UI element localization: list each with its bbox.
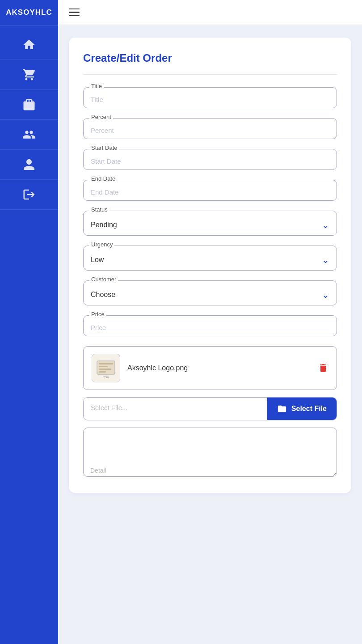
file-delete-button[interactable] [318,363,328,373]
customer-field-group: Customer Choose ⌄ [83,280,337,305]
file-thumb-image: PNG [96,358,116,378]
end-date-label: End Date [89,175,117,182]
sidebar-nav [0,25,58,210]
status-select[interactable]: Pending ⌄ [83,211,337,236]
sidebar: AKSOYHLC [0,0,58,644]
sidebar-item-user[interactable] [0,150,58,180]
svg-text:PNG: PNG [102,375,109,378]
title-field-group: Title [83,87,337,108]
status-field-group: Status Pending ⌄ [83,211,337,236]
sidebar-item-home[interactable] [0,30,58,60]
svg-rect-4 [99,371,106,373]
price-field-group: Price [83,315,337,336]
user-icon [22,158,36,171]
folder-icon [277,404,287,414]
sidebar-item-briefcase[interactable] [0,90,58,120]
brand-logo: AKSOYHLC [0,0,58,25]
price-label: Price [89,311,106,318]
topbar [58,0,362,25]
status-value: Pending [91,221,117,229]
sidebar-item-cart[interactable] [0,60,58,90]
start-date-input[interactable] [83,149,337,170]
delete-icon [318,363,328,373]
start-date-label: Start Date [89,144,119,151]
urgency-chevron-icon: ⌄ [322,254,329,265]
detail-field-group: Detail [83,428,337,479]
urgency-field-group: Urgency Low ⌄ [83,246,337,271]
hamburger-menu[interactable] [69,8,80,17]
main-content: Create/Edit Order Title Percent Start Da… [58,0,362,644]
end-date-field-group: End Date [83,180,337,201]
select-file-label: Select File [291,405,327,413]
customer-value: Choose [91,291,115,299]
file-thumbnail: PNG [92,354,120,382]
title-divider [83,74,337,75]
team-icon [22,128,36,141]
logout-icon [22,188,36,201]
sidebar-item-logout[interactable] [0,180,58,210]
percent-field-group: Percent [83,118,337,139]
status-label: Status [89,206,109,213]
percent-label: Percent [89,114,113,120]
urgency-label: Urgency [89,241,114,248]
file-preview: PNG Aksoyhlc Logo.png [83,346,337,390]
file-select-row: Select File... Select File [83,397,337,420]
svg-rect-1 [99,363,113,364]
sidebar-item-team[interactable] [0,120,58,150]
title-label: Title [89,83,104,89]
page-title: Create/Edit Order [83,52,337,64]
customer-chevron-icon: ⌄ [322,289,329,300]
detail-textarea[interactable] [83,428,337,477]
file-select-placeholder: Select File... [84,398,267,420]
start-date-field-group: Start Date [83,149,337,170]
status-chevron-icon: ⌄ [322,220,329,230]
briefcase-icon [22,98,36,111]
content-area: Create/Edit Order Title Percent Start Da… [58,25,362,644]
svg-rect-2 [99,366,108,367]
customer-label: Customer [89,276,118,283]
title-input[interactable] [83,87,337,108]
urgency-value: Low [91,256,104,264]
home-icon [22,38,36,51]
cart-icon [22,68,36,81]
percent-input[interactable] [83,118,337,139]
end-date-input[interactable] [83,180,337,201]
svg-rect-3 [99,369,111,370]
select-file-button[interactable]: Select File [267,398,337,420]
file-name-label: Aksoyhlc Logo.png [127,364,311,372]
form-card: Create/Edit Order Title Percent Start Da… [69,38,351,493]
urgency-select[interactable]: Low ⌄ [83,246,337,271]
price-input[interactable] [83,315,337,336]
customer-select[interactable]: Choose ⌄ [83,280,337,305]
